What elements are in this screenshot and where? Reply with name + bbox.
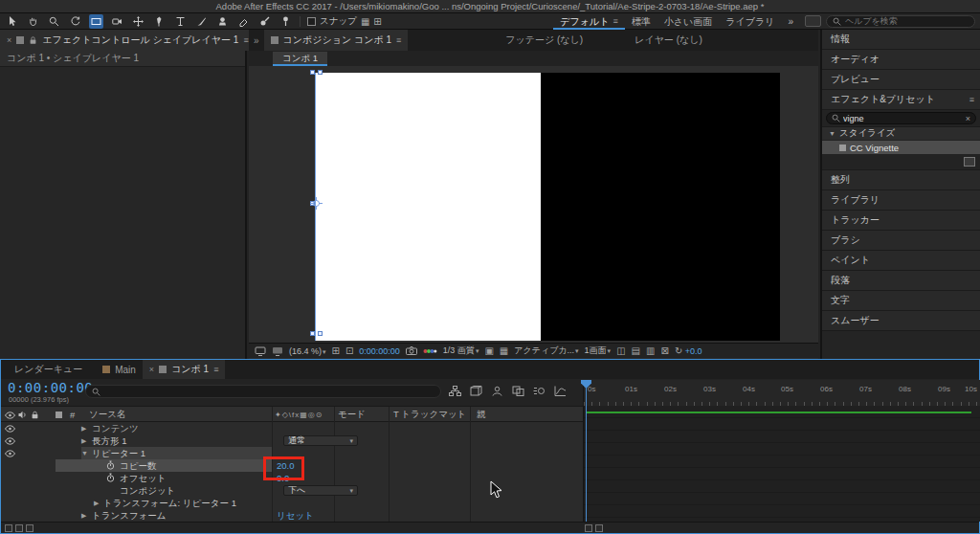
snap-checkbox[interactable] (307, 17, 316, 26)
tab-composition[interactable]: コンポジション コンポ 1 ≡ (264, 30, 409, 51)
pan-behind-tool[interactable] (131, 14, 145, 29)
copies-label[interactable]: コピー数 (120, 459, 156, 472)
rotation-tool[interactable] (68, 14, 82, 29)
panel-overflow-icon[interactable]: » (249, 30, 264, 51)
workspace-tab-small-screen[interactable]: 小さい画面 (657, 13, 719, 30)
timeline-search-field[interactable] (85, 385, 441, 398)
timeline-search-input[interactable] (104, 387, 434, 396)
expander-icon[interactable]: ▼ (829, 130, 835, 137)
hand-tool[interactable] (26, 14, 40, 29)
transform-label[interactable]: トランスフォーム (92, 509, 167, 522)
exposure-control[interactable]: ↻ +0.0 (675, 345, 702, 356)
workspace-tab-standard[interactable]: 標準 (625, 13, 657, 30)
panel-paint[interactable]: ペイント (822, 251, 980, 271)
eraser-tool[interactable] (236, 14, 251, 29)
tab-render-queue[interactable]: レンダーキュー (1, 360, 96, 379)
shape-group-label[interactable]: 長方形 1 (92, 434, 126, 447)
timeline-timecode[interactable]: 0:00:00:00 (8, 380, 93, 395)
effects-search-input[interactable] (843, 114, 963, 123)
expand-transfer-controls-icon[interactable] (15, 524, 23, 532)
panel-menu-icon[interactable]: ≡ (243, 35, 248, 45)
panel-effects-presets[interactable]: エフェクト&プリセット ≡ (822, 90, 980, 110)
panel-menu-icon[interactable]: ≡ (969, 90, 974, 109)
visibility-eye-icon[interactable] (5, 450, 15, 457)
region-of-interest-icon[interactable]: ▣ (484, 345, 493, 356)
clone-stamp-tool[interactable] (215, 14, 230, 29)
resolution-menu[interactable]: 1/3 画質▾ (443, 345, 479, 357)
always-preview-icon[interactable] (255, 346, 266, 356)
graph-editor-icon[interactable] (554, 386, 567, 396)
show-channels-icon[interactable] (423, 347, 437, 355)
zoom-in-timeline-icon[interactable] (595, 524, 603, 532)
motion-blur-icon[interactable] (533, 386, 546, 396)
panel-info[interactable]: 情報 (822, 30, 980, 50)
stopwatch-icon[interactable] (106, 473, 115, 483)
exposure-value[interactable]: +0.0 (685, 346, 702, 356)
repeater-transform-label[interactable]: トランスフォーム: リピーター 1 (103, 497, 236, 509)
selection-handle[interactable] (318, 70, 323, 75)
transparency-grid-icon[interactable]: ▦ (500, 345, 508, 356)
flowchart-button-icon[interactable]: ⊠ (660, 345, 668, 356)
shy-layers-icon[interactable] (491, 386, 503, 396)
adobe-stock-icon[interactable] (805, 15, 821, 27)
help-search-input[interactable] (845, 16, 969, 26)
visibility-eye-icon[interactable] (5, 437, 15, 445)
exposure-reset-icon[interactable]: ↻ (675, 345, 682, 356)
tab-comp-1[interactable]: × コンポ 1 ≡ (143, 360, 226, 379)
playhead-line[interactable] (586, 380, 587, 522)
composition-viewer[interactable] (249, 66, 818, 343)
repeater-label[interactable]: リピーター 1 (92, 447, 145, 459)
expander-icon[interactable]: ▶ (81, 512, 86, 520)
panel-libraries[interactable]: ライブラリ (822, 190, 980, 211)
snapshot-camera-icon[interactable] (406, 346, 417, 355)
stopwatch-icon[interactable] (106, 460, 115, 471)
camera-view-menu[interactable]: アクティブカ...▾ (514, 345, 578, 357)
expand-in-out-icon[interactable] (26, 524, 33, 532)
row-contents[interactable]: ▶ コンテンツ (1, 422, 583, 434)
timeline-track-area[interactable] (583, 406, 980, 522)
zoom-out-timeline-icon[interactable] (585, 524, 592, 532)
row-transform[interactable]: ▶ トランスフォーム リセット (1, 509, 583, 522)
effects-category-stylize[interactable]: ▼ スタイライズ (822, 127, 980, 141)
expander-icon[interactable]: ▼ (81, 450, 88, 456)
anchor-point-icon[interactable] (310, 197, 323, 210)
tab-footage[interactable]: フッテージ (なし) (499, 30, 590, 51)
pen-tool[interactable] (152, 14, 167, 29)
viewer-tab-comp-1[interactable]: コンポ 1 (273, 52, 327, 66)
tool-options-icon-2[interactable]: ⊞ (373, 16, 381, 27)
viewer-lock-icon[interactable] (272, 346, 283, 356)
workspace-overflow-chevrons[interactable]: » (781, 13, 800, 30)
shape-tool[interactable] (89, 14, 103, 29)
panel-menu-icon[interactable]: ≡ (213, 365, 218, 374)
magnification-menu[interactable]: (16.4 %)▾ (289, 346, 326, 356)
workspace-menu-icon[interactable]: ≡ (613, 13, 618, 30)
tab-layer[interactable]: レイヤー (なし) (628, 30, 709, 51)
lock-icon[interactable] (29, 35, 37, 45)
draft-3d-icon[interactable] (470, 386, 482, 396)
tab-effect-controls[interactable]: × エフェクトコントロール シェイプレイヤー 1 ≡ (0, 30, 256, 51)
grid-guides-icon[interactable]: ⊞ (332, 345, 340, 356)
view-layout-menu[interactable]: 1画面▾ (585, 345, 612, 357)
snap-toggle[interactable]: スナップ (307, 15, 357, 28)
zoom-tool[interactable] (47, 14, 61, 29)
close-icon[interactable]: × (149, 365, 154, 374)
blend-mode-dropdown[interactable]: 通常▾ (283, 435, 358, 446)
panel-tracker[interactable]: トラッカー (822, 211, 980, 231)
composite-dropdown[interactable]: 下へ▾ (283, 485, 358, 496)
frame-blend-icon[interactable] (512, 386, 524, 396)
row-composite[interactable]: コンポジット 下へ▾ (1, 484, 583, 497)
selection-handle[interactable] (318, 331, 323, 336)
time-ruler[interactable]: 0s 01s 02s 03s 04s 05s 06s 07s 08s 09s 1… (583, 380, 980, 406)
composite-label[interactable]: コンポジット (120, 484, 175, 497)
panel-brushes[interactable]: ブラシ (822, 231, 980, 251)
visibility-eye-icon[interactable] (5, 425, 15, 433)
selection-handle[interactable] (310, 70, 315, 75)
effects-search-field[interactable]: × (826, 112, 976, 124)
tool-options-icon[interactable]: ▦ (361, 16, 369, 27)
selection-handle[interactable] (310, 331, 315, 336)
help-search-field[interactable] (826, 15, 975, 28)
group-label[interactable]: コンテンツ (92, 422, 139, 434)
brush-tool[interactable] (194, 14, 209, 29)
panel-paragraph[interactable]: 段落 (822, 271, 980, 291)
panel-preview[interactable]: プレビュー (822, 70, 980, 90)
